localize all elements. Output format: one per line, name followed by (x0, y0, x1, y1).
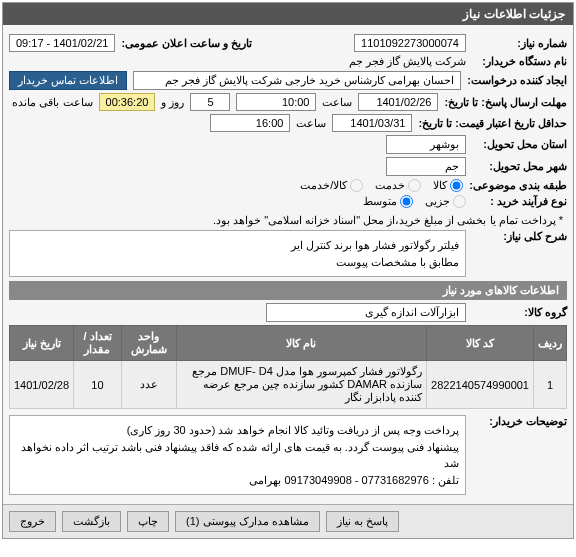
row-buyer-unit: نام دستگاه خریدار: شرکت پالایش گاز فجر ج… (9, 55, 567, 68)
table-row: 1 2822140574990001 رگولاتور فشار کمپرسور… (10, 361, 567, 409)
validity-date: 1401/03/31 (332, 114, 412, 132)
bt-small-radio[interactable] (453, 195, 466, 208)
province-value: بوشهر (386, 135, 466, 154)
deadline-date: 1401/02/26 (358, 93, 438, 111)
td-date: 1401/02/28 (10, 361, 74, 409)
cat-both-radio[interactable] (350, 179, 363, 192)
row-niaz-announce: شماره نیاز: 1101092273000074 تاریخ و ساع… (9, 34, 567, 52)
bt-medium-radio[interactable] (400, 195, 413, 208)
niaz-no-value: 1101092273000074 (354, 34, 466, 52)
panel-body: شماره نیاز: 1101092273000074 تاریخ و ساع… (3, 25, 573, 504)
row-buy-type: نوع فرآیند خرید : جزیی متوسط * پرداخت تم… (9, 195, 567, 227)
city-label: شهر محل تحویل: (472, 160, 567, 173)
announce-value: 1401/02/21 - 09:17 (9, 34, 115, 52)
category-radio-group: کالا خدمت کالا/خدمت (300, 179, 463, 192)
saat-label-1: ساعت (322, 96, 352, 109)
bt-medium-option[interactable]: متوسط (363, 195, 413, 208)
cat-both-label: کالا/خدمت (300, 179, 347, 192)
td-name: رگولاتور فشار کمپرسور هوا مدل DMUF- D4 م… (176, 361, 426, 409)
city-value: جم (386, 157, 466, 176)
saat-label-2: ساعت (296, 117, 326, 130)
items-table: ردیف کد کالا نام کالا واحد شمارش تعداد /… (9, 325, 567, 409)
th-row: ردیف (534, 326, 567, 361)
cat-goods-radio[interactable] (450, 179, 463, 192)
panel-title: جزئیات اطلاعات نیاز (3, 3, 573, 25)
validity-time: 16:00 (210, 114, 290, 132)
th-qty: تعداد / مقدار (74, 326, 122, 361)
requester-label: ایجاد کننده درخواست: (467, 74, 567, 87)
td-unit: عدد (121, 361, 176, 409)
buyer-notes-label: توضیحات خریدار: (472, 415, 567, 428)
bt-small-option[interactable]: جزیی (425, 195, 466, 208)
buy-type-label: نوع فرآیند خرید : (472, 195, 567, 208)
group-label: گروه کالا: (472, 306, 567, 319)
cat-both-option[interactable]: کالا/خدمت (300, 179, 363, 192)
items-section-title: اطلاعات کالاهای مورد نیاز (9, 281, 567, 300)
td-code: 2822140574990001 (427, 361, 534, 409)
requester-value: احسان بهرامی کارشناس خرید خارجی شرکت پال… (133, 71, 461, 90)
row-group: گروه کالا: ابزارآلات اندازه گیری (9, 303, 567, 322)
details-panel: جزئیات اطلاعات نیاز شماره نیاز: 11010922… (2, 2, 574, 539)
validity-label: حداقل تاریخ اعتبار قیمت: تا تاریخ: (418, 117, 567, 130)
buyer-notes-text: پرداخت وجه پس از دریافت وتائید کالا انجا… (9, 415, 466, 495)
contact-buyer-button[interactable]: اطلاعات تماس خریدار (9, 71, 127, 90)
print-button[interactable]: چاپ (127, 511, 169, 532)
th-code: کد کالا (427, 326, 534, 361)
row-buyer-notes: توضیحات خریدار: پرداخت وجه پس از دریافت … (9, 415, 567, 495)
row-description: شرح کلی نیاز: فیلتر رگولاتور فشار هوا بر… (9, 230, 567, 277)
desc-text: فیلتر رگولاتور فشار هوا برند کنترل ایر م… (9, 230, 466, 277)
exit-button[interactable]: خروج (9, 511, 56, 532)
category-label: طبقه بندی موضوعی: (469, 179, 567, 192)
buyer-unit-value: شرکت پالایش گاز فجر جم (349, 55, 466, 68)
row-category: طبقه بندی موضوعی: کالا خدمت کالا/خدمت (9, 179, 567, 192)
table-header-row: ردیف کد کالا نام کالا واحد شمارش تعداد /… (10, 326, 567, 361)
cat-goods-option[interactable]: کالا (433, 179, 463, 192)
desc-label: شرح کلی نیاز: (472, 230, 567, 243)
reply-button[interactable]: پاسخ به نیاز (326, 511, 399, 532)
back-button[interactable]: بازگشت (62, 511, 121, 532)
row-deadline: مهلت ارسال پاسخ: تا تاریخ: 1401/02/26 سا… (9, 93, 567, 111)
row-province: استان محل تحویل: بوشهر (9, 135, 567, 154)
niaz-no-label: شماره نیاز: (472, 37, 567, 50)
countdown-badge: 00:36:20 (99, 93, 156, 111)
attachments-button[interactable]: مشاهده مدارک پیوستی (1) (175, 511, 320, 532)
remain-label: ساعت باقی مانده (12, 96, 92, 109)
buy-type-note: * پرداخت تمام یا بخشی از مبلغ خرید،از مح… (213, 214, 563, 227)
th-name: نام کالا (176, 326, 426, 361)
row-requester: ایجاد کننده درخواست: احسان بهرامی کارشنا… (9, 71, 567, 90)
bt-small-label: جزیی (425, 195, 450, 208)
group-value: ابزارآلات اندازه گیری (266, 303, 466, 322)
deadline-time: 10:00 (236, 93, 316, 111)
footer-buttons: پاسخ به نیاز مشاهده مدارک پیوستی (1) چاپ… (3, 504, 573, 538)
deadline-label: مهلت ارسال پاسخ: تا تاریخ: (444, 96, 567, 109)
cat-service-option[interactable]: خدمت (375, 179, 421, 192)
announce-label: تاریخ و ساعت اعلان عمومی: (121, 37, 252, 50)
cat-service-radio[interactable] (408, 179, 421, 192)
th-date: تاریخ نیاز (10, 326, 74, 361)
province-label: استان محل تحویل: (472, 138, 567, 151)
buy-type-radio-group: جزیی متوسط (363, 195, 466, 208)
td-qty: 10 (74, 361, 122, 409)
td-row: 1 (534, 361, 567, 409)
rooz-label: روز و (161, 96, 184, 109)
cat-service-label: خدمت (375, 179, 405, 192)
row-validity: حداقل تاریخ اعتبار قیمت: تا تاریخ: 1401/… (9, 114, 567, 132)
buyer-unit-label: نام دستگاه خریدار: (472, 55, 567, 68)
row-city: شهر محل تحویل: جم (9, 157, 567, 176)
th-unit: واحد شمارش (121, 326, 176, 361)
days-remaining: 5 (190, 93, 230, 111)
bt-medium-label: متوسط (363, 195, 397, 208)
cat-goods-label: کالا (433, 179, 447, 192)
